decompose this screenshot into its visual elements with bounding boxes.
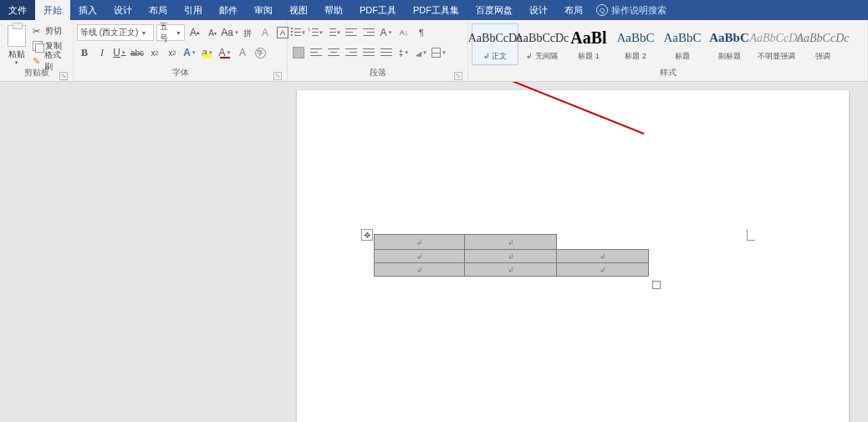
font-name-combo[interactable]: 等线 (西文正文)▼	[77, 24, 154, 41]
align-center-button[interactable]	[326, 44, 341, 61]
shading-swatch[interactable]	[291, 44, 306, 61]
style-↲ 正文[interactable]: AaBbCcDc↲ 正文	[472, 23, 518, 65]
char-shading-button[interactable]: A	[235, 44, 250, 61]
align-justify-button[interactable]	[361, 44, 376, 61]
subscript-button[interactable]: x2	[147, 44, 162, 61]
style-preview: AaBbCcDc	[468, 28, 523, 49]
phonetic-guide-button[interactable]	[240, 24, 255, 41]
char-border-icon: A	[277, 27, 288, 38]
bucket-icon	[416, 47, 421, 58]
tab-file[interactable]: 文件	[0, 0, 35, 20]
font-group-label: 字体	[172, 68, 189, 77]
indent-icon	[363, 28, 375, 38]
table-resize-handle[interactable]	[652, 281, 661, 289]
tab-mailings[interactable]: 邮件	[211, 0, 246, 20]
tab-table-layout[interactable]: 布局	[556, 0, 591, 20]
distribute-button[interactable]	[379, 44, 394, 61]
style-不明显强调[interactable]: AaBbCcDc不明显强调	[753, 23, 799, 65]
tab-design[interactable]: 设计	[105, 0, 140, 20]
superscript-button[interactable]: x2	[165, 44, 180, 61]
align-left-button[interactable]	[309, 44, 324, 61]
group-styles: AaBbCcDc↲ 正文AaBbCcDc↲ 无间隔AaBl标题 1AaBbC标题…	[468, 20, 868, 81]
style-标题[interactable]: AaBbC标题	[659, 23, 706, 65]
group-paragraph: ▼ ▼ ▼ A▼ A↓ ¶ ‡▼ ▼	[288, 20, 468, 81]
tab-home[interactable]: 开始	[35, 0, 70, 20]
tell-me-search[interactable]: Q 操作说明搜索	[596, 4, 666, 17]
style-name: ↲ 无间隔	[526, 51, 558, 62]
style-name: 不明显强调	[758, 51, 795, 62]
text-effects-button[interactable]: A▼	[182, 44, 197, 61]
tab-layout[interactable]: 布局	[140, 0, 176, 20]
styles-gallery[interactable]: AaBbCcDc↲ 正文AaBbCcDc↲ 无间隔AaBl标题 1AaBbC标题…	[472, 23, 846, 65]
style-name: 标题	[675, 51, 690, 62]
style-name: 副标题	[718, 51, 741, 62]
scissors-icon	[33, 26, 43, 36]
table-move-handle[interactable]: ✥	[361, 229, 373, 241]
cell-mark: ↲	[508, 252, 514, 261]
enclose-icon: 字	[255, 48, 266, 58]
cell-mark: ↲	[600, 252, 606, 261]
bold-button[interactable]: B	[77, 44, 92, 61]
italic-button[interactable]: I	[94, 44, 110, 61]
styles-group-label: 样式	[660, 68, 677, 77]
underline-button[interactable]: U▼	[112, 44, 127, 61]
align-center-icon	[328, 48, 340, 58]
font-size-combo[interactable]: 五号▼	[156, 24, 185, 41]
tab-review[interactable]: 审阅	[246, 0, 281, 20]
style-副标题[interactable]: AaBbC副标题	[706, 23, 753, 65]
tab-baidu-disk[interactable]: 百度网盘	[467, 0, 521, 20]
font-color-button[interactable]: A▼	[217, 44, 232, 61]
style-标题 2[interactable]: AaBbC标题 2	[612, 23, 659, 65]
document-area[interactable]: ✥ ↲ ↲ ↲ ↲ ↲ ↲ ↲ ↲	[0, 82, 868, 422]
cell-mark: ↲	[600, 266, 606, 274]
cut-button[interactable]: 剪切	[30, 24, 69, 38]
asian-layout-button[interactable]: A▼	[379, 24, 394, 41]
cell-mark: ↲	[508, 238, 514, 247]
cell-mark: ↲	[416, 266, 423, 274]
change-case-button[interactable]: Aa▼	[222, 24, 237, 41]
paragraph-launcher[interactable]: ⤡	[454, 72, 462, 80]
strikethrough-button[interactable]: abc	[130, 44, 145, 61]
borders-button[interactable]: ▼	[431, 44, 447, 61]
cell-mark: ↲	[416, 252, 423, 261]
clear-formatting-button[interactable]: A	[258, 24, 273, 41]
grow-font-button[interactable]: A▴	[187, 24, 202, 41]
brush-icon	[33, 56, 42, 66]
underline-label: U	[113, 47, 120, 58]
align-right-button[interactable]	[344, 44, 359, 61]
numbering-button[interactable]: ▼	[309, 24, 324, 41]
group-font: 等线 (西文正文)▼ 五号▼ A▴ A▾ Aa▼ A A B I U▼ abc …	[74, 20, 288, 81]
document-table[interactable]: ↲ ↲ ↲ ↲ ↲ ↲ ↲ ↲	[374, 234, 649, 277]
shrink-font-button[interactable]: A▾	[205, 24, 220, 41]
paste-button[interactable]: 粘贴 ▼	[3, 23, 30, 68]
tab-help[interactable]: 帮助	[316, 0, 351, 20]
line-spacing-button[interactable]: ‡▼	[396, 44, 411, 61]
style-preview: AaBbCcDc	[515, 28, 569, 49]
style-↲ 无间隔[interactable]: AaBbCcDc↲ 无间隔	[518, 23, 565, 65]
show-marks-button[interactable]: ¶	[414, 24, 429, 41]
shading-button[interactable]: ▼	[414, 44, 429, 61]
tab-pdf-toolset[interactable]: PDF工具集	[405, 0, 467, 20]
tab-insert[interactable]: 插入	[70, 0, 105, 20]
search-placeholder: 操作说明搜索	[611, 4, 666, 17]
highlight-button[interactable]: a▼	[200, 44, 215, 61]
tab-references[interactable]: 引用	[176, 0, 211, 20]
increase-indent-button[interactable]	[361, 24, 376, 41]
clipboard-launcher[interactable]: ⤡	[59, 72, 68, 80]
tab-view[interactable]: 视图	[281, 0, 316, 20]
clipboard-icon	[8, 25, 26, 47]
bullets-button[interactable]: ▼	[291, 24, 306, 41]
style-标题 1[interactable]: AaBl标题 1	[565, 23, 612, 65]
multilevel-list-button[interactable]: ▼	[326, 24, 341, 41]
font-size-value: 五号	[160, 21, 173, 44]
format-painter-button[interactable]: 格式刷	[30, 54, 69, 68]
align-right-icon	[345, 48, 357, 58]
tab-pdf-tools[interactable]: PDF工具	[351, 0, 405, 20]
sort-button[interactable]: A↓	[396, 24, 411, 41]
tab-table-design[interactable]: 设计	[521, 0, 556, 20]
font-launcher[interactable]: ⤡	[273, 72, 282, 80]
decrease-indent-button[interactable]	[344, 24, 359, 41]
style-强调[interactable]: AaBbCcDc强调	[799, 23, 846, 65]
ribbon: 粘贴 ▼ 剪切 复制 格式刷 剪贴板⤡ 等线 (西文正文)▼ 五号▼ A▴ A▾…	[0, 20, 868, 82]
enclose-char-button[interactable]: 字	[253, 44, 268, 61]
